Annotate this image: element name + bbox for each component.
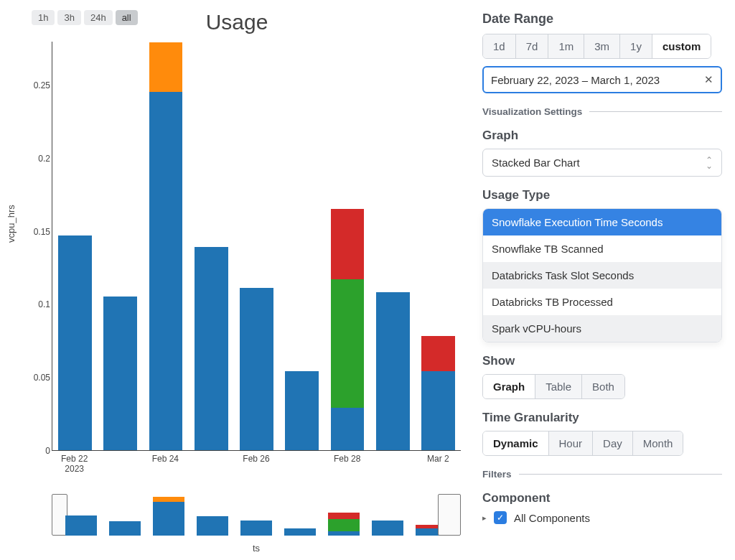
y-tick: 0.05 (27, 373, 50, 383)
overview-x-label: ts (52, 543, 461, 554)
quick-range-all[interactable]: all (116, 10, 138, 25)
bar[interactable] (149, 42, 183, 450)
show-graph[interactable]: Graph (483, 375, 535, 398)
usage-type-option[interactable]: Databricks Task Slot Seconds (483, 262, 721, 289)
bar[interactable] (240, 521, 272, 536)
bar[interactable] (58, 235, 92, 450)
date-range-3m[interactable]: 3m (584, 34, 619, 58)
quick-range-1h[interactable]: 1h (32, 10, 55, 25)
bar-segment-green (328, 519, 360, 531)
component-label: Component (482, 491, 722, 505)
component-all-row[interactable]: ▸ ✓ All Components (482, 511, 722, 524)
overview-handle-right[interactable] (438, 494, 461, 536)
granularity-month[interactable]: Month (632, 431, 683, 455)
date-range-7d[interactable]: 7d (515, 34, 548, 58)
date-range-custom[interactable]: custom (652, 34, 711, 58)
bar-segment-blue (103, 297, 137, 450)
show-label: Show (482, 354, 722, 368)
bar-segment-blue (240, 288, 273, 450)
bar-slot (234, 42, 279, 450)
date-range-label: Date Range (482, 11, 722, 27)
date-range-input[interactable]: February 22, 2023 – March 1, 2023 ✕ (482, 66, 722, 93)
bar[interactable] (284, 528, 316, 536)
granularity-hour[interactable]: Hour (548, 431, 593, 455)
bar[interactable] (197, 516, 228, 536)
y-ticks: 00.050.10.150.20.25 (27, 42, 50, 451)
y-tick: 0.2 (27, 154, 50, 164)
bar-slot (59, 497, 103, 536)
quick-range-group: 1h3h24hall (32, 10, 138, 25)
chart-panel: 1h3h24hall Usage vcpu_hrs 00.050.10.150.… (0, 0, 474, 560)
date-range-1y[interactable]: 1y (619, 34, 652, 58)
filters-heading: Filters (482, 469, 722, 480)
usage-type-option[interactable]: Spark vCPU-hours (483, 315, 721, 342)
usage-type-option[interactable]: Databricks TB Processed (483, 289, 721, 315)
all-components-checkbox[interactable]: ✓ (494, 511, 507, 524)
expand-caret-icon[interactable]: ▸ (482, 513, 487, 523)
bar-segment-blue (149, 92, 183, 450)
bar-slot (189, 42, 234, 450)
bar-segment-blue (331, 408, 365, 450)
bar[interactable] (103, 297, 137, 450)
bar-segment-blue (195, 247, 228, 450)
bar[interactable] (65, 515, 97, 536)
date-range-1m[interactable]: 1m (548, 34, 584, 58)
bar-segment-blue (58, 235, 92, 450)
x-tick: Feb 28 (334, 454, 360, 464)
bar[interactable] (331, 209, 365, 450)
bar[interactable] (328, 513, 360, 536)
bar-segment-green (331, 279, 365, 408)
usage-type-option[interactable]: Snowflake TB Scanned (483, 235, 721, 262)
bar-slot (146, 497, 190, 536)
time-granularity-buttons: DynamicHourDayMonth (482, 431, 683, 456)
bar[interactable] (240, 288, 273, 450)
graph-select-value: Stacked Bar Chart (492, 157, 580, 169)
bar-slot (416, 42, 461, 450)
date-range-1d[interactable]: 1d (483, 34, 515, 58)
usage-type-option[interactable]: Snowflake Execution Time Seconds (483, 209, 721, 235)
x-tick: Mar 2 (427, 454, 449, 464)
granularity-dynamic[interactable]: Dynamic (483, 431, 548, 455)
bar-segment-blue (285, 371, 319, 450)
bar[interactable] (372, 521, 403, 536)
bar[interactable] (421, 336, 455, 450)
x-tick: Feb 26 (243, 454, 269, 464)
y-tick: 0.25 (27, 80, 50, 90)
date-range-buttons: 1d7d1m3m1ycustom (482, 34, 711, 59)
main-chart: vcpu_hrs 00.050.10.150.20.25 Feb 222023F… (7, 42, 467, 480)
x-tick: Feb 24 (152, 454, 179, 464)
bar[interactable] (376, 292, 410, 450)
quick-range-24h[interactable]: 24h (84, 10, 113, 25)
date-range-value: February 22, 2023 – March 1, 2023 (491, 74, 660, 86)
bar-slot (98, 42, 143, 450)
clear-icon[interactable]: ✕ (704, 73, 713, 86)
x-tick: Feb 222023 (61, 454, 88, 474)
bar-slot (143, 42, 188, 450)
granularity-day[interactable]: Day (592, 431, 632, 455)
bar-slot (324, 42, 370, 450)
graph-select[interactable]: Stacked Bar Chart ⌃⌄ (482, 149, 722, 177)
bar-slot (279, 42, 324, 450)
bar-segment-blue (109, 521, 141, 536)
y-tick: 0.15 (27, 227, 50, 237)
bar-slot (370, 42, 416, 450)
show-both[interactable]: Both (581, 375, 624, 398)
show-table[interactable]: Table (535, 375, 581, 398)
bar[interactable] (109, 521, 141, 536)
plot-area (52, 42, 461, 451)
bar[interactable] (153, 497, 184, 536)
bar-segment-blue (153, 502, 184, 536)
y-tick: 0 (27, 446, 50, 456)
bar-segment-blue (284, 528, 316, 536)
bar-slot (278, 497, 322, 536)
show-buttons: GraphTableBoth (482, 374, 625, 399)
all-components-label: All Components (514, 512, 590, 524)
bar[interactable] (195, 247, 228, 450)
bar-slot (103, 497, 146, 536)
x-ticks: Feb 222023Feb 24Feb 26Feb 28Mar 2 (52, 451, 461, 480)
quick-range-3h[interactable]: 3h (57, 10, 80, 25)
bar[interactable] (285, 371, 319, 450)
bar-segment-blue (421, 371, 455, 450)
bar-segment-blue (376, 292, 410, 450)
bar-segment-orange (149, 42, 183, 92)
